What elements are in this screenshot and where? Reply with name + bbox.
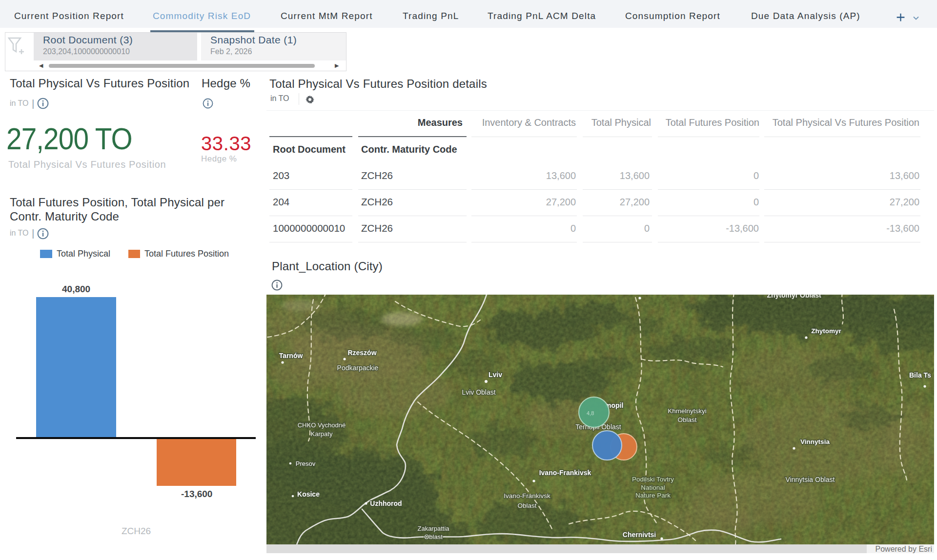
svg-text:Nature Park: Nature Park	[635, 492, 671, 499]
svg-text:Khmelnytskyi: Khmelnytskyi	[668, 407, 707, 415]
svg-text:Bila Ts: Bila Ts	[909, 371, 931, 379]
svg-text:Ivano-Frankivsk: Ivano-Frankivsk	[539, 469, 591, 477]
svg-text:Chernivtsi: Chernivtsi	[623, 531, 656, 539]
svg-text:Oblast: Oblast	[424, 533, 443, 540]
svg-text:Powered by Esri: Powered by Esri	[876, 545, 933, 553]
svg-text:Kosice: Kosice	[297, 490, 320, 498]
svg-text:Zhytomyr Oblast: Zhytomyr Oblast	[767, 295, 821, 299]
svg-text:Lviv: Lviv	[489, 371, 502, 379]
svg-text:Uzhhorod: Uzhhorod	[370, 500, 402, 507]
svg-text:4,8: 4,8	[587, 410, 594, 416]
svg-text:Vinnytsia Oblast: Vinnytsia Oblast	[786, 476, 835, 483]
svg-text:Podkarpackie: Podkarpackie	[337, 364, 379, 372]
svg-text:Ivano-Frankivsk: Ivano-Frankivsk	[504, 492, 550, 500]
svg-text:Oblast: Oblast	[517, 502, 536, 509]
svg-text:Karpaty: Karpaty	[311, 430, 333, 438]
svg-text:National: National	[641, 484, 665, 491]
svg-text:Podilski Tovtry: Podilski Tovtry	[632, 476, 674, 483]
svg-text:Rzeszów: Rzeszów	[347, 349, 376, 357]
svg-text:Tarnów: Tarnów	[279, 352, 303, 360]
svg-text:Vinnytsia: Vinnytsia	[800, 438, 830, 445]
svg-text:Zhytomyr: Zhytomyr	[811, 327, 841, 335]
svg-text:Zakarpattia: Zakarpattia	[417, 525, 449, 532]
svg-text:Presov: Presov	[296, 460, 316, 467]
svg-text:CHKO Vychodné: CHKO Vychodné	[298, 421, 346, 429]
svg-text:Lviv Oblast: Lviv Oblast	[462, 388, 495, 396]
svg-text:Oblast: Oblast	[677, 416, 696, 423]
